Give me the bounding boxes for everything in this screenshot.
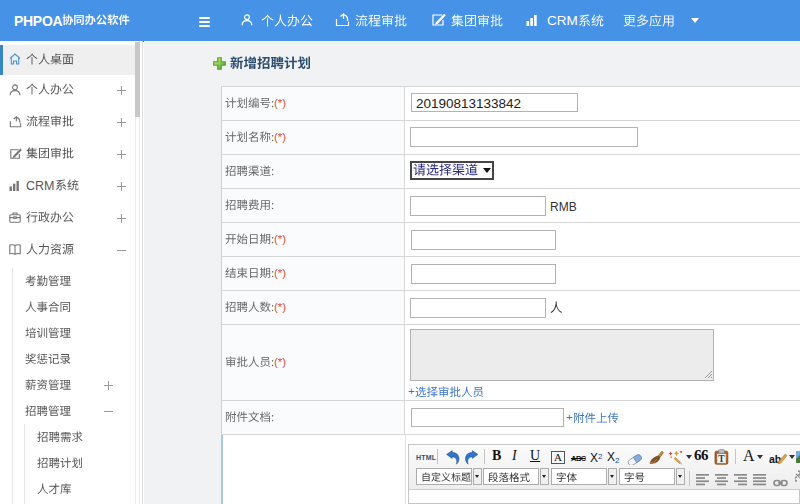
svg-text:T: T (718, 454, 725, 464)
